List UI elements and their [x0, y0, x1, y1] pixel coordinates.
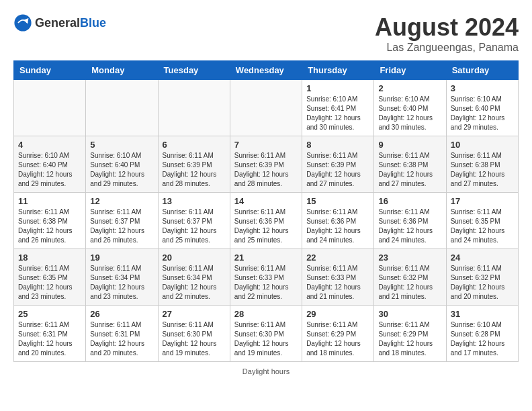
calendar-cell [86, 80, 158, 136]
calendar-cell: 17Sunrise: 6:11 AM Sunset: 6:35 PM Dayli… [446, 193, 518, 249]
day-info: Sunrise: 6:11 AM Sunset: 6:39 PM Dayligh… [163, 151, 226, 189]
month-title: August 2024 [375, 13, 519, 42]
day-number: 6 [163, 140, 226, 150]
day-number: 26 [90, 309, 153, 319]
day-info: Sunrise: 6:11 AM Sunset: 6:29 PM Dayligh… [378, 320, 441, 358]
day-info: Sunrise: 6:11 AM Sunset: 6:29 PM Dayligh… [306, 320, 369, 358]
day-info: Sunrise: 6:11 AM Sunset: 6:33 PM Dayligh… [234, 264, 298, 302]
day-number: 13 [163, 196, 226, 206]
day-info: Sunrise: 6:11 AM Sunset: 6:32 PM Dayligh… [378, 264, 441, 302]
day-info: Sunrise: 6:11 AM Sunset: 6:39 PM Dayligh… [234, 151, 298, 189]
calendar-cell: 1Sunrise: 6:10 AM Sunset: 6:41 PM Daylig… [302, 80, 374, 136]
calendar-week-row: 25Sunrise: 6:11 AM Sunset: 6:31 PM Dayli… [14, 306, 519, 362]
day-number: 24 [451, 253, 514, 263]
calendar-header-monday: Monday [86, 61, 158, 80]
calendar-cell: 18Sunrise: 6:11 AM Sunset: 6:35 PM Dayli… [14, 249, 86, 306]
calendar-cell: 12Sunrise: 6:11 AM Sunset: 6:37 PM Dayli… [86, 193, 158, 249]
calendar-cell [158, 80, 230, 136]
day-info: Sunrise: 6:11 AM Sunset: 6:32 PM Dayligh… [451, 264, 514, 302]
logo-text-general: General [35, 16, 80, 30]
day-number: 23 [378, 253, 441, 263]
day-info: Sunrise: 6:11 AM Sunset: 6:36 PM Dayligh… [234, 208, 298, 245]
day-number: 28 [234, 309, 298, 319]
day-info: Sunrise: 6:10 AM Sunset: 6:28 PM Dayligh… [451, 320, 514, 358]
calendar-cell: 25Sunrise: 6:11 AM Sunset: 6:31 PM Dayli… [14, 306, 86, 362]
day-info: Sunrise: 6:11 AM Sunset: 6:35 PM Dayligh… [451, 208, 514, 245]
calendar-cell: 4Sunrise: 6:10 AM Sunset: 6:40 PM Daylig… [14, 136, 86, 193]
day-info: Sunrise: 6:11 AM Sunset: 6:34 PM Dayligh… [163, 264, 226, 302]
calendar-cell: 19Sunrise: 6:11 AM Sunset: 6:34 PM Dayli… [86, 249, 158, 306]
day-info: Sunrise: 6:10 AM Sunset: 6:40 PM Dayligh… [451, 95, 514, 132]
calendar-cell: 5Sunrise: 6:10 AM Sunset: 6:40 PM Daylig… [86, 136, 158, 193]
day-number: 3 [451, 83, 514, 93]
day-info: Sunrise: 6:11 AM Sunset: 6:35 PM Dayligh… [18, 264, 81, 302]
day-number: 19 [90, 253, 153, 263]
day-number: 15 [306, 196, 369, 206]
calendar-header-friday: Friday [374, 61, 446, 80]
day-number: 30 [378, 309, 441, 319]
calendar-cell: 21Sunrise: 6:11 AM Sunset: 6:33 PM Dayli… [230, 249, 302, 306]
calendar-cell: 10Sunrise: 6:11 AM Sunset: 6:38 PM Dayli… [446, 136, 518, 193]
logo: General Blue [13, 13, 106, 32]
day-info: Sunrise: 6:11 AM Sunset: 6:36 PM Dayligh… [306, 208, 369, 245]
day-number: 2 [378, 83, 441, 93]
day-info: Sunrise: 6:11 AM Sunset: 6:39 PM Dayligh… [306, 151, 369, 189]
day-number: 18 [18, 253, 81, 263]
day-number: 11 [18, 196, 81, 206]
day-number: 1 [306, 83, 369, 93]
calendar-cell: 9Sunrise: 6:11 AM Sunset: 6:38 PM Daylig… [374, 136, 446, 193]
calendar-cell: 20Sunrise: 6:11 AM Sunset: 6:34 PM Dayli… [158, 249, 230, 306]
calendar-cell: 7Sunrise: 6:11 AM Sunset: 6:39 PM Daylig… [230, 136, 302, 193]
day-number: 14 [234, 196, 298, 206]
day-number: 22 [306, 253, 369, 263]
calendar-header-saturday: Saturday [446, 61, 518, 80]
day-info: Sunrise: 6:11 AM Sunset: 6:36 PM Dayligh… [378, 208, 441, 245]
day-number: 27 [163, 309, 226, 319]
day-number: 29 [306, 309, 369, 319]
calendar-header-row: SundayMondayTuesdayWednesdayThursdayFrid… [14, 61, 519, 80]
calendar-cell: 2Sunrise: 6:10 AM Sunset: 6:40 PM Daylig… [374, 80, 446, 136]
day-info: Sunrise: 6:11 AM Sunset: 6:30 PM Dayligh… [234, 320, 298, 358]
logo-icon [13, 13, 32, 32]
day-info: Sunrise: 6:11 AM Sunset: 6:33 PM Dayligh… [306, 264, 369, 302]
day-number: 4 [18, 140, 81, 150]
logo-text-blue: Blue [80, 16, 106, 30]
calendar-cell: 23Sunrise: 6:11 AM Sunset: 6:32 PM Dayli… [374, 249, 446, 306]
day-number: 5 [90, 140, 153, 150]
calendar-cell: 15Sunrise: 6:11 AM Sunset: 6:36 PM Dayli… [302, 193, 374, 249]
calendar-week-row: 18Sunrise: 6:11 AM Sunset: 6:35 PM Dayli… [14, 249, 519, 306]
day-info: Sunrise: 6:10 AM Sunset: 6:40 PM Dayligh… [18, 151, 81, 189]
calendar-header-sunday: Sunday [14, 61, 86, 80]
title-area: August 2024 Las Zangueengas, Panama [375, 13, 519, 54]
calendar-table: SundayMondayTuesdayWednesdayThursdayFrid… [13, 60, 519, 362]
footer-note: Daylight hours [13, 367, 519, 375]
day-number: 12 [90, 196, 153, 206]
calendar-cell: 30Sunrise: 6:11 AM Sunset: 6:29 PM Dayli… [374, 306, 446, 362]
day-number: 10 [451, 140, 514, 150]
day-info: Sunrise: 6:10 AM Sunset: 6:40 PM Dayligh… [378, 95, 441, 132]
header: General Blue August 2024 Las Zangueengas… [13, 13, 519, 54]
calendar-cell: 16Sunrise: 6:11 AM Sunset: 6:36 PM Dayli… [374, 193, 446, 249]
calendar-cell: 3Sunrise: 6:10 AM Sunset: 6:40 PM Daylig… [446, 80, 518, 136]
day-info: Sunrise: 6:11 AM Sunset: 6:38 PM Dayligh… [18, 208, 81, 245]
calendar-cell: 26Sunrise: 6:11 AM Sunset: 6:31 PM Dayli… [86, 306, 158, 362]
calendar-cell: 28Sunrise: 6:11 AM Sunset: 6:30 PM Dayli… [230, 306, 302, 362]
calendar-cell: 6Sunrise: 6:11 AM Sunset: 6:39 PM Daylig… [158, 136, 230, 193]
day-number: 8 [306, 140, 369, 150]
day-info: Sunrise: 6:10 AM Sunset: 6:40 PM Dayligh… [90, 151, 153, 189]
calendar-cell: 24Sunrise: 6:11 AM Sunset: 6:32 PM Dayli… [446, 249, 518, 306]
calendar-cell: 14Sunrise: 6:11 AM Sunset: 6:36 PM Dayli… [230, 193, 302, 249]
day-number: 17 [451, 196, 514, 206]
calendar-cell: 31Sunrise: 6:10 AM Sunset: 6:28 PM Dayli… [446, 306, 518, 362]
calendar-cell: 8Sunrise: 6:11 AM Sunset: 6:39 PM Daylig… [302, 136, 374, 193]
calendar-cell: 11Sunrise: 6:11 AM Sunset: 6:38 PM Dayli… [14, 193, 86, 249]
day-info: Sunrise: 6:11 AM Sunset: 6:37 PM Dayligh… [90, 208, 153, 245]
calendar-week-row: 1Sunrise: 6:10 AM Sunset: 6:41 PM Daylig… [14, 80, 519, 136]
calendar-cell: 27Sunrise: 6:11 AM Sunset: 6:30 PM Dayli… [158, 306, 230, 362]
day-number: 20 [163, 253, 226, 263]
calendar-cell [230, 80, 302, 136]
day-number: 25 [18, 309, 81, 319]
day-info: Sunrise: 6:11 AM Sunset: 6:31 PM Dayligh… [90, 320, 153, 358]
day-info: Sunrise: 6:11 AM Sunset: 6:38 PM Dayligh… [451, 151, 514, 189]
day-info: Sunrise: 6:10 AM Sunset: 6:41 PM Dayligh… [306, 95, 369, 132]
